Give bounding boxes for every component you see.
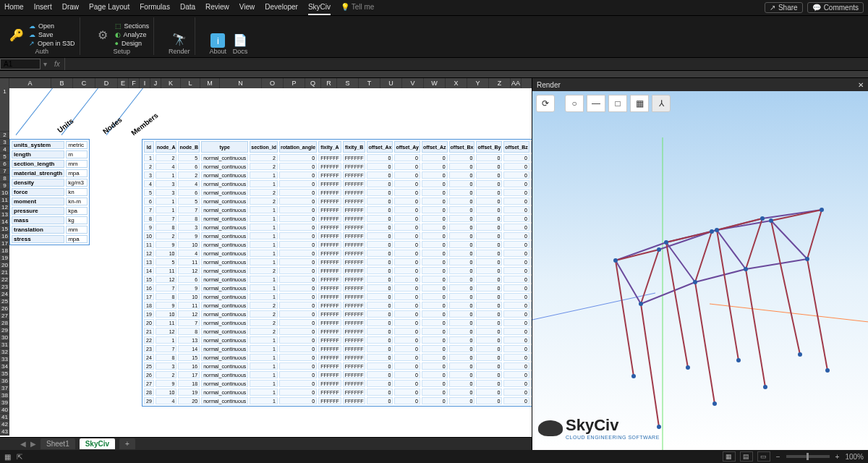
cell[interactable]: 0	[367, 154, 393, 161]
cell[interactable]: normal_continuous	[201, 206, 248, 213]
row-header-23[interactable]: 23	[0, 284, 9, 291]
cell[interactable]: 2	[250, 302, 278, 309]
view-grid-button[interactable]: ▦	[630, 95, 649, 112]
column-header-R[interactable]: R	[321, 78, 337, 88]
cell[interactable]: normal_continuous	[201, 171, 248, 179]
cell[interactable]: 0	[367, 180, 393, 187]
cell[interactable]: FFFFFF	[318, 180, 341, 187]
header-cell[interactable]: rotation_angle	[279, 141, 317, 153]
cell[interactable]: 1	[250, 362, 278, 370]
cell[interactable]: normal_continuous	[201, 224, 248, 231]
cell[interactable]: 0	[367, 215, 393, 222]
cell[interactable]: FFFFFF	[318, 397, 341, 404]
cell[interactable]: normal_continuous	[201, 354, 248, 361]
view-sphere-button[interactable]: ○	[565, 95, 584, 112]
cell[interactable]: 0	[367, 336, 393, 344]
row-header-36[interactable]: 36	[0, 378, 9, 385]
docs-button[interactable]: 📄	[232, 32, 248, 48]
cell[interactable]: 29	[144, 397, 154, 404]
cell[interactable]: 8	[156, 354, 177, 361]
cell[interactable]: FFFFFF	[318, 154, 341, 161]
cell[interactable]: 0	[422, 319, 448, 326]
row-header-4[interactable]: 4	[0, 146, 9, 153]
normal-view-button[interactable]: ▦	[723, 451, 736, 462]
cell[interactable]: 15	[144, 276, 154, 283]
cell[interactable]: 0	[503, 206, 529, 213]
cell[interactable]: 12	[178, 267, 200, 274]
row-header-20[interactable]: 20	[0, 262, 9, 269]
cell[interactable]: normal_continuous	[201, 276, 248, 283]
cell[interactable]: 0	[449, 180, 475, 187]
cell[interactable]: 0	[476, 397, 502, 404]
menu-tab-skyciv[interactable]: SkyCiv	[308, 0, 331, 15]
cell[interactable]: FFFFFF	[343, 258, 366, 266]
row-header-7[interactable]: 7	[0, 168, 9, 175]
menu-tab-developer[interactable]: Developer	[265, 0, 298, 15]
cell[interactable]: 9	[178, 284, 200, 292]
render-button[interactable]: 🔭	[171, 31, 187, 47]
cell[interactable]: 0	[394, 171, 420, 179]
cell[interactable]: force	[12, 188, 64, 196]
cell[interactable]: 0	[279, 232, 317, 239]
cell[interactable]: 0	[503, 197, 529, 205]
setup-button[interactable]: ⚙	[95, 27, 111, 43]
cell[interactable]: 0	[367, 232, 393, 239]
cell[interactable]: 2	[156, 371, 177, 378]
cell[interactable]: 0	[422, 362, 448, 370]
cell[interactable]: 0	[422, 241, 448, 248]
row-header-2[interactable]: 2	[0, 132, 9, 139]
cell[interactable]: 1	[156, 206, 177, 213]
cell[interactable]: 0	[367, 310, 393, 318]
save-button[interactable]: ☁Save	[29, 31, 75, 38]
cell[interactable]: 0	[503, 267, 529, 274]
cell[interactable]: FFFFFF	[343, 310, 366, 318]
column-header-N[interactable]: N	[220, 78, 262, 88]
cell[interactable]: 0	[503, 180, 529, 187]
row-header-13[interactable]: 13	[0, 211, 9, 218]
cell[interactable]: 9	[156, 241, 177, 248]
column-header-I[interactable]: I	[140, 78, 150, 88]
cell[interactable]: 0	[394, 380, 420, 387]
cell[interactable]: 11	[156, 319, 177, 326]
cell[interactable]: 0	[422, 302, 448, 309]
row-header-29[interactable]: 29	[0, 327, 9, 334]
cell[interactable]: 0	[422, 310, 448, 318]
refresh-button[interactable]: ⟳	[536, 95, 555, 112]
cell[interactable]: 0	[449, 380, 475, 387]
cell[interactable]: 1	[144, 154, 154, 161]
cell[interactable]: 0	[367, 197, 393, 205]
cell[interactable]: 1	[250, 276, 278, 283]
cell[interactable]: 12	[156, 328, 177, 335]
cell[interactable]: 0	[279, 180, 317, 187]
cell[interactable]: 0	[449, 362, 475, 370]
cell[interactable]: 0	[476, 258, 502, 266]
cell[interactable]: 0	[394, 319, 420, 326]
cell[interactable]: 0	[422, 154, 448, 161]
cell[interactable]: 0	[449, 276, 475, 283]
cell[interactable]: 0	[449, 250, 475, 257]
cell[interactable]: mpa	[66, 169, 88, 177]
cell[interactable]: FFFFFF	[318, 371, 341, 378]
header-cell[interactable]: type	[201, 141, 248, 153]
cell-reference-input[interactable]	[0, 59, 41, 69]
cell[interactable]: 0	[279, 362, 317, 370]
sheet-tab-skyciv[interactable]: SkyCiv	[80, 438, 115, 449]
row-header-15[interactable]: 15	[0, 226, 9, 233]
menu-tab-review[interactable]: Review	[205, 0, 229, 15]
cell[interactable]: 0	[422, 328, 448, 335]
cell[interactable]: FFFFFF	[343, 267, 366, 274]
row-header-5[interactable]: 5	[0, 153, 9, 161]
cell[interactable]: 0	[503, 319, 529, 326]
cell[interactable]: 0	[279, 371, 317, 378]
cell[interactable]: 18	[144, 302, 154, 309]
cell[interactable]: 0	[279, 310, 317, 318]
cell[interactable]: FFFFFF	[318, 241, 341, 248]
cell[interactable]: 1	[156, 171, 177, 179]
cell[interactable]: 0	[449, 354, 475, 361]
cell[interactable]: normal_continuous	[201, 163, 248, 170]
row-header-1[interactable]: 1	[0, 88, 9, 132]
cell[interactable]: 0	[279, 302, 317, 309]
cell[interactable]: FFFFFF	[343, 336, 366, 344]
cell[interactable]: 0	[476, 154, 502, 161]
cell[interactable]: 0	[367, 354, 393, 361]
